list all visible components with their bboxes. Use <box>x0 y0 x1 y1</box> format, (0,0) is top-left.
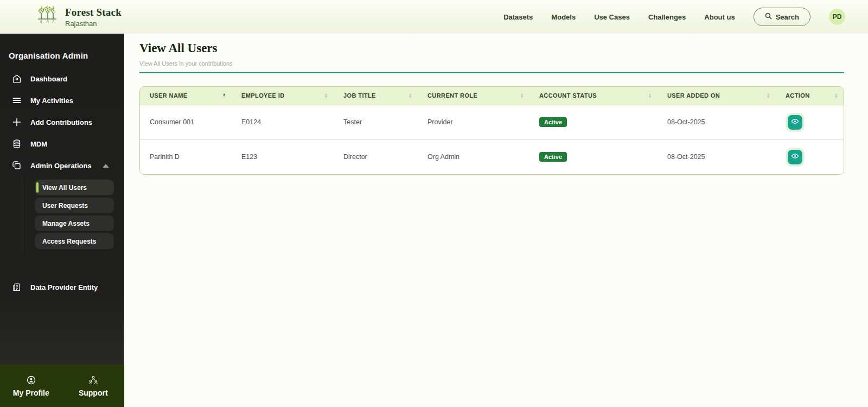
sort-icon[interactable]: ▲▼ <box>222 93 226 98</box>
sort-icon[interactable]: ▲▼ <box>834 93 838 98</box>
my-profile-button[interactable]: My Profile <box>0 376 62 397</box>
sidebar-item-my-activities[interactable]: My Activities <box>0 90 124 111</box>
sort-icon[interactable]: ▲▼ <box>648 93 652 98</box>
view-user-button[interactable] <box>788 115 802 130</box>
table-row: Parinith D E123 Director Org Admin Activ… <box>140 139 844 174</box>
support-button[interactable]: Support <box>62 376 125 397</box>
sidebar-item-label: Admin Operations <box>30 162 94 170</box>
sort-icon[interactable]: ▲▼ <box>324 93 328 98</box>
subnav-item-label: Manage Assets <box>42 220 90 227</box>
my-profile-label: My Profile <box>13 389 49 397</box>
subnav-item-label: View All Users <box>42 184 87 192</box>
cell-employee-id: E0124 <box>232 105 334 139</box>
cell-user-name: Consumer 001 <box>140 105 232 139</box>
brand: Forest Stack Rajasthan <box>35 4 122 30</box>
subnav-item-manage-assets[interactable]: Manage Assets <box>35 215 114 231</box>
subnav-item-access-requests[interactable]: Access Requests <box>35 233 114 249</box>
cell-job-title: Tester <box>334 105 418 139</box>
nav-datasets[interactable]: Datasets <box>503 13 533 21</box>
column-header-job-title[interactable]: JOB TITLE ▲▼ <box>334 87 418 105</box>
top-navigation: Datasets Models Use Cases Challenges Abo… <box>503 8 845 26</box>
sidebar-item-data-provider-entity[interactable]: Data Provider Entity <box>0 276 124 298</box>
database-icon <box>12 139 22 149</box>
subnav-item-view-all-users[interactable]: View All Users <box>35 180 114 195</box>
column-header-current-role[interactable]: CURRENT ROLE ▲▼ <box>418 87 529 105</box>
brand-subtitle: Rajasthan <box>65 20 122 28</box>
sidebar-item-label: MDM <box>30 140 117 148</box>
search-icon <box>765 12 772 21</box>
cell-user-added-on: 08-Oct-2025 <box>658 105 776 139</box>
cell-current-role: Provider <box>418 105 529 139</box>
nav-models[interactable]: Models <box>551 13 576 21</box>
home-icon <box>12 74 22 84</box>
sort-icon[interactable]: ▲▼ <box>520 93 524 98</box>
support-group-icon <box>88 376 98 386</box>
sidebar-item-dashboard[interactable]: Dashboard <box>0 68 124 90</box>
sidebar-item-admin-operations[interactable]: Admin Operations <box>0 155 124 176</box>
profile-icon <box>27 376 36 386</box>
eye-icon <box>791 152 799 162</box>
column-header-user-name[interactable]: USER NAME ▲▼ <box>140 87 232 105</box>
admin-operations-subnav: View All Users User Requests Manage Asse… <box>22 177 113 253</box>
building-icon <box>12 282 22 292</box>
sidebar-item-label: Add Contributions <box>30 118 117 126</box>
sort-icon[interactable]: ▲▼ <box>409 93 412 98</box>
cell-current-role: Org Admin <box>418 139 529 174</box>
cell-employee-id: E123 <box>232 139 334 174</box>
nav-challenges[interactable]: Challenges <box>648 13 686 21</box>
subnav-item-user-requests[interactable]: User Requests <box>35 198 114 213</box>
eye-icon <box>791 117 799 127</box>
user-avatar[interactable]: PD <box>829 9 845 25</box>
column-header-user-added-on[interactable]: USER ADDED ON ▲▼ <box>658 87 776 105</box>
support-label: Support <box>79 389 108 397</box>
page-subtitle: View All Users in your contributions <box>139 60 844 67</box>
subnav-item-label: Access Requests <box>42 238 96 245</box>
view-user-button[interactable] <box>788 150 802 164</box>
column-header-employee-id[interactable]: EMPLOYEE ID ▲▼ <box>232 87 334 105</box>
sidebar-item-add-contributions[interactable]: Add Contributions <box>0 111 124 133</box>
green-divider <box>139 72 844 73</box>
sidebar-item-label: Dashboard <box>30 75 117 83</box>
cell-user-name: Parinith D <box>140 139 232 174</box>
status-badge: Active <box>539 117 567 127</box>
subnav-item-label: User Requests <box>42 202 88 209</box>
list-icon <box>12 96 22 105</box>
status-badge: Active <box>539 152 567 162</box>
sidebar-title: Organisation Admin <box>0 34 124 68</box>
layers-icon <box>12 161 22 170</box>
plus-icon <box>12 117 22 127</box>
sidebar-bottom-bar: My Profile Support <box>0 365 124 407</box>
chevron-up-icon[interactable] <box>103 164 109 168</box>
page-title: View All Users <box>139 41 844 55</box>
cell-job-title: Director <box>334 139 418 174</box>
sidebar: Organisation Admin Dashboard My Activiti… <box>0 34 124 407</box>
sidebar-item-mdm[interactable]: MDM <box>0 133 124 155</box>
cell-user-added-on: 08-Oct-2025 <box>658 139 776 174</box>
nav-use-cases[interactable]: Use Cases <box>594 13 630 21</box>
search-button-label: Search <box>776 13 799 21</box>
column-header-account-status[interactable]: ACCOUNT STATUS ▲▼ <box>529 87 658 105</box>
search-button[interactable]: Search <box>754 8 810 26</box>
sidebar-item-label: My Activities <box>30 97 117 105</box>
sort-icon[interactable]: ▲▼ <box>767 93 770 98</box>
table-row: Consumer 001 E0124 Tester Provider Activ… <box>140 105 844 139</box>
sidebar-item-label: Data Provider Entity <box>30 283 117 291</box>
column-header-action[interactable]: ACTION ▲▼ <box>776 87 844 105</box>
brand-text: Forest Stack Rajasthan <box>65 7 122 28</box>
table-header-row: USER NAME ▲▼ EMPLOYEE ID ▲▼ JOB TITLE <box>140 87 844 105</box>
main-content: View All Users View All Users in your co… <box>124 34 868 407</box>
forest-stack-logo-icon <box>35 4 59 30</box>
users-table: USER NAME ▲▼ EMPLOYEE ID ▲▼ JOB TITLE <box>139 86 844 175</box>
brand-title: Forest Stack <box>65 7 122 18</box>
top-header: Forest Stack Rajasthan Datasets Models U… <box>0 0 868 34</box>
nav-about-us[interactable]: About us <box>704 13 735 21</box>
